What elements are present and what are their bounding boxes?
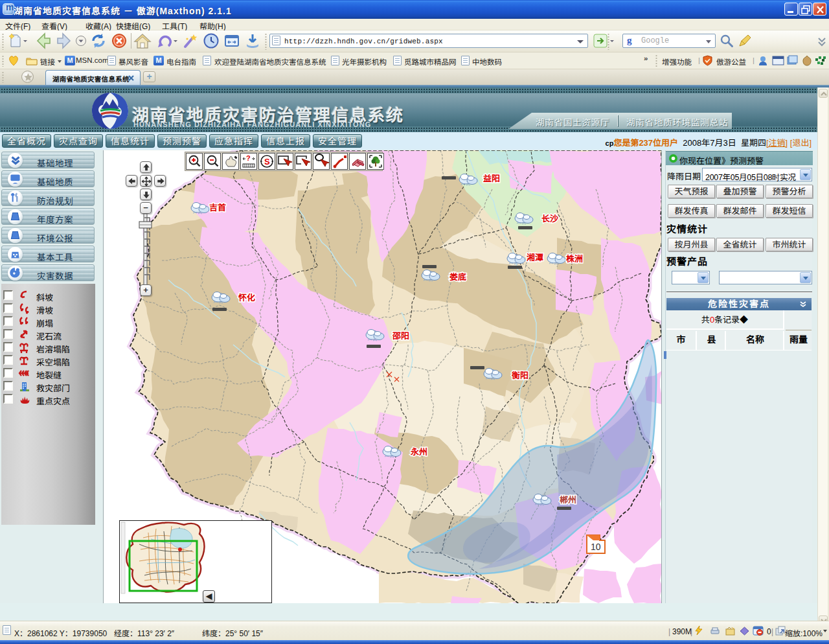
- svg-text:衡阳: 衡阳: [512, 371, 528, 380]
- svg-text:郴州: 郴州: [560, 495, 576, 505]
- svg-text:S: S: [264, 157, 270, 167]
- svg-text:永州: 永州: [410, 447, 427, 457]
- svg-text:益阳: 益阳: [483, 174, 500, 183]
- svg-text:湘潭: 湘潭: [527, 253, 543, 262]
- svg-text:长沙: 长沙: [541, 214, 558, 224]
- svg-text:?: ?: [246, 154, 251, 162]
- svg-text:怀化: 怀化: [238, 293, 255, 303]
- svg-text:邵阳: 邵阳: [392, 331, 409, 341]
- svg-text:10: 10: [591, 542, 601, 552]
- svg-text:娄底: 娄底: [449, 272, 466, 282]
- svg-text:株洲: 株洲: [566, 254, 583, 264]
- svg-text:吉首: 吉首: [209, 203, 226, 213]
